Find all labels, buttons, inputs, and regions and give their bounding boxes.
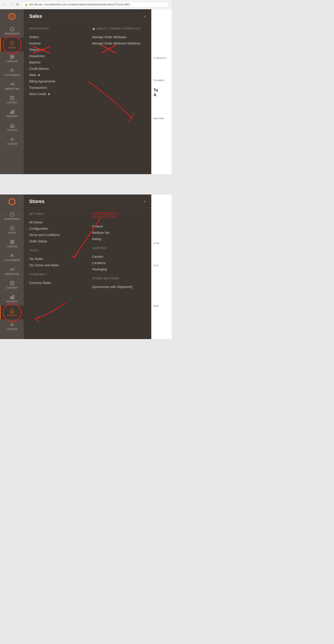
marketing-icon: [10, 82, 15, 87]
billing-agreements-link[interactable]: Billing Agreements: [29, 78, 83, 84]
sidebar-item-sales-2[interactable]: $ SALES: [0, 223, 24, 237]
sidebar-item-stores[interactable]: STORES: [0, 120, 24, 134]
svg-point-28: [11, 254, 13, 256]
marketing-icon-2: [10, 267, 15, 272]
back-button[interactable]: ←: [3, 2, 7, 7]
attributes-section-title: Attributes: [92, 212, 118, 217]
all-stores-link[interactable]: All Stores: [29, 219, 83, 226]
sidebar-item-system-2[interactable]: SYSTEM: [0, 320, 24, 333]
content-label-2: CONTENT: [6, 287, 18, 289]
tax-zones-link[interactable]: Tax Zones and Rates: [29, 262, 83, 268]
svg-rect-3: [10, 55, 12, 56]
reload-button[interactable]: ↻: [15, 2, 20, 7]
sidebar-item-catalog[interactable]: CATALOG: [0, 52, 24, 65]
sidebar-item-catalog-2[interactable]: CATALOG: [0, 237, 24, 250]
tax-rules-link[interactable]: Tax Rules: [29, 256, 83, 262]
svg-rect-34: [12, 296, 13, 299]
configuration-link[interactable]: Configuration: [29, 226, 83, 232]
svg-rect-4: [12, 55, 14, 56]
system-icon: [10, 137, 15, 142]
sidebar-2: DASHBOARD $ SALES CATALOG: [0, 194, 24, 339]
sales-icon-2: $: [10, 226, 15, 231]
reports-label-2: REPORTS: [6, 300, 18, 303]
svg-point-15: [12, 139, 13, 140]
synchronize-shipperhq-link[interactable]: Synchronize with ShipperHQ: [92, 284, 146, 290]
sidebar-item-content-2[interactable]: CONTENT: [0, 278, 24, 292]
operations-column: Operations Orders Invoices Shipments Dis…: [29, 27, 83, 97]
sidebar-item-reports-2[interactable]: REPORTS: [0, 292, 24, 306]
magento-logo-2: [8, 197, 16, 206]
invoices-link[interactable]: Invoices: [29, 40, 83, 46]
reports-icon-2: [10, 294, 15, 300]
rma-link[interactable]: RMA ◆: [29, 72, 83, 78]
stores-menu-close[interactable]: ×: [143, 199, 146, 204]
forward-button[interactable]: →: [9, 2, 14, 7]
rating-link[interactable]: Rating: [92, 236, 146, 242]
gap-spacer: [0, 181, 172, 188]
amasty-section-title: Amasty Order Attributes: [92, 27, 146, 30]
sidebar-item-marketing-2[interactable]: MARKETING: [0, 264, 24, 278]
sidebar-item-customers[interactable]: CUSTOMERS: [0, 65, 24, 79]
svg-marker-16: [92, 27, 95, 30]
most-text-2: Most: [154, 305, 169, 307]
amasty-title-text: Amasty Order Attributes: [97, 27, 141, 30]
catalog-label: CATALOG: [6, 60, 18, 62]
dynamic-text-2: ur dyr: [154, 242, 169, 244]
svg-text:$: $: [12, 42, 13, 44]
svg-rect-27: [12, 242, 14, 244]
dashboard-icon-2: [10, 212, 15, 217]
sidebar-logo: [0, 9, 24, 24]
sidebar-item-stores-2[interactable]: STORES: [0, 306, 24, 320]
sidebar-item-marketing[interactable]: MARKETING: [0, 79, 24, 93]
sales-icon: $: [10, 40, 15, 46]
sidebar-item-dashboard[interactable]: DASHBOARD: [0, 24, 24, 38]
locations-link[interactable]: Locations: [92, 260, 146, 266]
stores-panel: DASHBOARD $ SALES CATALOG: [0, 194, 172, 339]
stores-menu-title: Stores: [29, 198, 44, 204]
product-link[interactable]: Product: [92, 223, 146, 230]
marketing-label: MARKETING: [5, 88, 20, 90]
svg-rect-33: [10, 297, 11, 299]
sidebar-item-reports[interactable]: REPORTS: [0, 106, 24, 120]
stores-mega-menu: Stores × Settings All Stores Configurati…: [24, 194, 151, 339]
packaging-link[interactable]: Packaging: [92, 266, 146, 272]
stores-label: STORES: [7, 129, 17, 132]
customers-label: CUSTOMERS: [4, 74, 20, 76]
transactions-link[interactable]: Transactions: [29, 84, 83, 91]
amasty-column: Amasty Order Attributes Manage Order Att…: [92, 27, 146, 97]
batches-link[interactable]: Batches: [29, 59, 83, 66]
credit-memos-link[interactable]: Credit Memos: [29, 66, 83, 72]
store-credit-link[interactable]: Store Credit ◆: [29, 91, 83, 97]
sales-menu-close[interactable]: ×: [143, 14, 146, 18]
sidebar-item-content[interactable]: CONTENT: [0, 93, 24, 106]
sidebar-1: DASHBOARD $ SALES CATALOG: [0, 9, 24, 174]
url-bar[interactable]: 🔒 Not Secure new.betterbatt.com.au/admin…: [22, 2, 169, 7]
terms-conditions-link[interactable]: Terms and Conditions: [29, 232, 83, 238]
currency-section-title: Currency: [29, 273, 83, 276]
svg-rect-14: [13, 110, 14, 114]
order-status-link[interactable]: Order Status: [29, 238, 83, 244]
shipments-link[interactable]: Shipments: [29, 46, 83, 53]
system-label: SYSTEM: [7, 143, 17, 145]
sidebar-item-customers-2[interactable]: CUSTOMERS: [0, 250, 24, 264]
sidebar-item-system[interactable]: SYSTEM: [0, 134, 24, 148]
currency-rates-link[interactable]: Currency Rates: [29, 280, 83, 286]
manage-order-attributes-link[interactable]: Manage Order Attributes: [92, 34, 146, 40]
svg-rect-24: [10, 240, 12, 242]
svg-point-7: [11, 69, 13, 70]
operations-section-title: Operations: [29, 27, 83, 30]
system-icon-2: [10, 322, 15, 327]
attributes-column: Attributes Product Attribute Set Rating …: [92, 212, 146, 290]
manage-order-attributes-relations-link[interactable]: Manage Order Attributes Relations: [92, 40, 146, 46]
sales-label: SALES: [8, 46, 16, 49]
taxes-section-title: Taxes: [29, 249, 83, 252]
orders-link[interactable]: Orders: [29, 34, 83, 40]
sidebar-item-sales[interactable]: $ SALES: [0, 38, 24, 52]
attribute-set-link[interactable]: Attribute Set: [92, 230, 146, 236]
carriers-link[interactable]: Carriers: [92, 254, 146, 260]
most-viewed-text: Most View: [154, 117, 169, 120]
dashboard-label: DASHBOARD: [4, 32, 20, 35]
dispatches-link[interactable]: Dispatches: [29, 53, 83, 59]
catalog-icon: [10, 54, 15, 59]
sidebar-item-dashboard-2[interactable]: DASHBOARD: [0, 209, 24, 223]
